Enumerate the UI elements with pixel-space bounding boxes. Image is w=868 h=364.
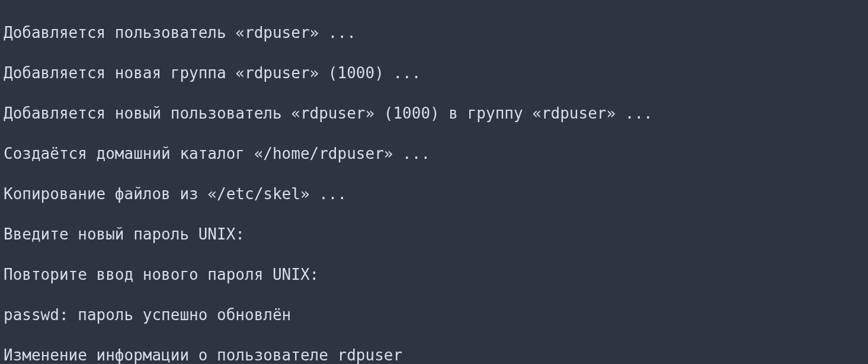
output-line: Изменение информации о пользователе rdpu… [4,345,864,364]
terminal-output[interactable]: Добавляется пользователь «rdpuser» ... Д… [0,0,868,364]
output-line: Создаётся домашний каталог «/home/rdpuse… [4,143,864,164]
output-line: Добавляется новый пользователь «rdpuser»… [4,103,864,123]
output-line: Копирование файлов из «/etc/skel» ... [4,184,864,204]
output-line: Добавляется новая группа «rdpuser» (1000… [4,63,864,83]
output-line: passwd: пароль успешно обновлён [4,305,864,325]
password-repeat-prompt: Повторите ввод нового пароля UNIX: [4,264,864,285]
output-line: Добавляется пользователь «rdpuser» ... [4,23,864,43]
password-prompt: Введите новый пароль UNIX: [4,224,864,244]
